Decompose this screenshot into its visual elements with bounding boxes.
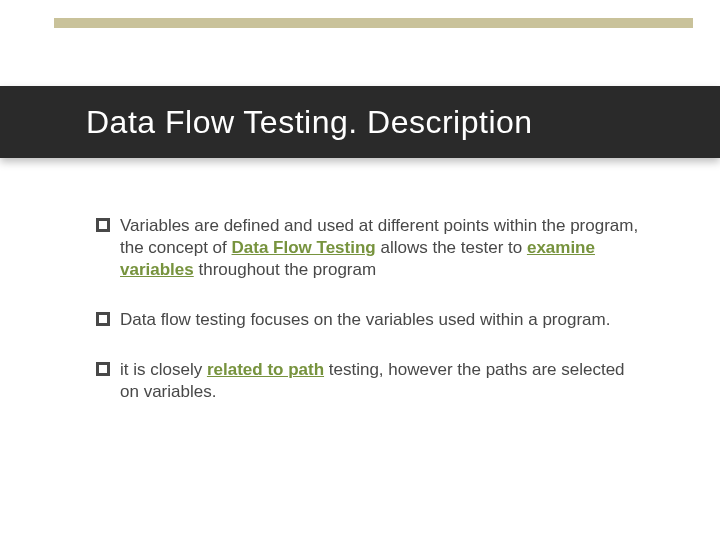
- text-segment: allows the tester to: [376, 238, 527, 257]
- text-segment: throughout the program: [194, 260, 376, 279]
- bullet-square-icon: [96, 218, 120, 233]
- title-bar: Data Flow Testing. Description: [0, 86, 720, 158]
- decorative-top-stripe: [54, 18, 693, 28]
- emphasis-text: Data Flow Testing: [232, 238, 376, 257]
- bullet-item: Variables are defined and used at differ…: [96, 215, 640, 281]
- bullet-item: Data flow testing focuses on the variabl…: [96, 309, 640, 331]
- text-segment: it is closely: [120, 360, 207, 379]
- bullet-text: Variables are defined and used at differ…: [120, 215, 640, 281]
- bullet-square-icon: [96, 362, 120, 377]
- text-segment: Data flow testing focuses on the variabl…: [120, 310, 610, 329]
- bullet-square-icon: [96, 312, 120, 327]
- content-area: Variables are defined and used at differ…: [96, 215, 640, 432]
- bullet-item: it is closely related to path testing, h…: [96, 359, 640, 403]
- svg-rect-3: [99, 315, 107, 323]
- bullet-text: it is closely related to path testing, h…: [120, 359, 640, 403]
- emphasis-text: related to path: [207, 360, 324, 379]
- slide-title: Data Flow Testing. Description: [0, 104, 533, 141]
- svg-rect-1: [99, 221, 107, 229]
- bullet-text: Data flow testing focuses on the variabl…: [120, 309, 640, 331]
- svg-rect-5: [99, 365, 107, 373]
